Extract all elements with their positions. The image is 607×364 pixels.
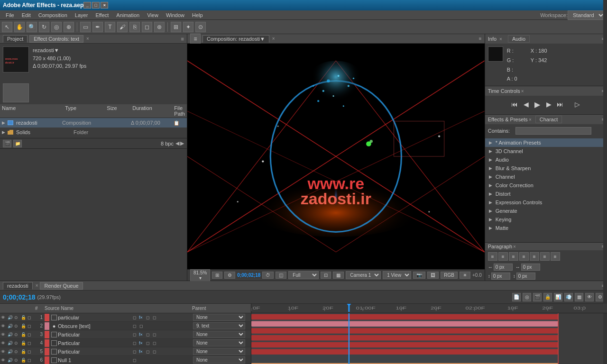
space-before-input[interactable] bbox=[491, 273, 510, 280]
eye-4[interactable]: 👁 bbox=[1, 341, 8, 346]
tool-text[interactable]: T bbox=[105, 22, 115, 32]
tab-effect-controls[interactable]: Effect Controls: text bbox=[29, 35, 83, 43]
parent-select-2[interactable]: 9. text bbox=[193, 322, 245, 329]
tool-pen[interactable]: ✒ bbox=[92, 22, 103, 32]
effects-close[interactable]: × bbox=[529, 117, 532, 122]
next-frame-btn[interactable]: ▶ bbox=[180, 140, 184, 146]
preview-options[interactable]: ⚙ bbox=[224, 272, 235, 279]
tool-anchor[interactable]: ✦ bbox=[183, 22, 193, 32]
view-select[interactable]: 1 View bbox=[383, 271, 411, 279]
sw-motion-2[interactable]: ◻ bbox=[131, 323, 137, 329]
timeline-ruler[interactable]: 0F 10F 20F 01:00F 10F 20F 02:00F 10F bbox=[251, 304, 607, 313]
shy-1[interactable]: ◻ bbox=[28, 315, 34, 320]
parent-select-1[interactable]: None bbox=[193, 314, 245, 321]
sw-3d-5[interactable]: ◻ bbox=[151, 349, 157, 355]
parent-select-4[interactable]: None bbox=[193, 339, 245, 346]
indent-right-input[interactable] bbox=[521, 264, 540, 271]
comp-time-display[interactable]: 0;00;02;18 bbox=[237, 273, 260, 278]
tool-arrow[interactable]: ↖ bbox=[2, 22, 12, 32]
exposure-btn[interactable]: ☀ bbox=[460, 272, 470, 279]
tree-item-audio[interactable]: ▶ Audio bbox=[485, 155, 607, 164]
show-channel-btn[interactable]: RGB bbox=[441, 272, 458, 279]
tree-item-keying[interactable]: ▶ Keying bbox=[485, 215, 607, 224]
snapshot-btn[interactable]: 📷 bbox=[413, 272, 425, 279]
parent-select-6[interactable]: None bbox=[193, 356, 245, 364]
shy-3[interactable]: ◻ bbox=[28, 332, 34, 337]
tl-lock-btn[interactable]: 🔒 bbox=[543, 293, 552, 301]
name-6[interactable]: Null 1 bbox=[58, 357, 131, 363]
tree-item-generate[interactable]: ▶ Generate bbox=[485, 207, 607, 215]
tool-puppet[interactable]: ⊛ bbox=[154, 22, 165, 32]
close-button[interactable]: × bbox=[101, 2, 108, 9]
timeline-current-time[interactable]: 0;00;02;18 bbox=[3, 293, 36, 301]
eye-2[interactable]: 👁 bbox=[1, 324, 8, 328]
tool-rotate[interactable]: ↻ bbox=[39, 22, 49, 32]
sw-3d-3[interactable]: ◻ bbox=[151, 332, 157, 337]
tc-close[interactable]: × bbox=[521, 89, 524, 94]
align-left-btn[interactable]: ≡ bbox=[488, 252, 497, 261]
solo-6[interactable]: ⊙ bbox=[14, 358, 21, 363]
effects-search-input[interactable] bbox=[515, 127, 591, 135]
sw-3d-1[interactable]: ◻ bbox=[151, 315, 157, 320]
solo-1[interactable]: ⊙ bbox=[14, 315, 21, 320]
next-frame-btn-tc[interactable]: ▶ bbox=[544, 100, 553, 109]
info-close[interactable]: × bbox=[499, 36, 502, 42]
tl-motion-blur-btn[interactable]: 💨 bbox=[564, 293, 573, 301]
justify-center-btn[interactable]: ≡ bbox=[530, 252, 539, 261]
eye-6[interactable]: 👁 bbox=[1, 358, 8, 363]
menu-layer[interactable]: Layer bbox=[71, 11, 92, 19]
tool-hand[interactable]: ✋ bbox=[14, 22, 25, 32]
menu-edit[interactable]: Edit bbox=[18, 11, 35, 19]
tab-character[interactable]: Charact bbox=[535, 116, 562, 123]
shy-2[interactable]: ◻ bbox=[28, 324, 34, 328]
project-item-solids[interactable]: ▶ Solids Folder bbox=[0, 127, 187, 137]
go-to-end-btn[interactable]: ⏭ bbox=[555, 100, 565, 109]
menu-window[interactable]: Window bbox=[162, 11, 188, 19]
quality-select[interactable]: Full Half Quarter bbox=[288, 271, 319, 279]
sw-adjust-4[interactable]: ◻ bbox=[145, 340, 150, 346]
audio-1[interactable]: 🔊 bbox=[8, 315, 14, 320]
sw-3d-4[interactable]: ◻ bbox=[151, 340, 157, 346]
menu-effect[interactable]: Effect bbox=[92, 11, 112, 19]
lock-2[interactable]: 🔓 bbox=[21, 324, 28, 328]
prev-frame-btn[interactable]: ◀ bbox=[175, 140, 179, 146]
timeline-close[interactable]: × bbox=[36, 283, 38, 288]
sw-fx-1[interactable]: f× bbox=[138, 315, 144, 320]
tab-render-queue[interactable]: Render Queue bbox=[40, 282, 83, 290]
prev-frame-btn-tc[interactable]: ◀ bbox=[521, 100, 531, 109]
name-1[interactable]: particular bbox=[58, 315, 131, 320]
camera-select[interactable]: Camera 1 bbox=[346, 271, 381, 279]
sw-adjust-1[interactable]: ◻ bbox=[145, 315, 150, 320]
shy-5[interactable]: ◻ bbox=[28, 349, 34, 354]
project-item-text[interactable]: text Composition Δ 0;00;07;00 bbox=[0, 137, 187, 138]
lock-3[interactable]: 🔓 bbox=[21, 332, 28, 337]
audio-6[interactable]: 🔊 bbox=[8, 358, 14, 363]
name-3[interactable]: Particular bbox=[58, 332, 131, 337]
menu-help[interactable]: Help bbox=[188, 11, 207, 19]
tab-timeline-rezadosti[interactable]: rezadosti bbox=[3, 282, 33, 290]
tool-eraser[interactable]: ◻ bbox=[142, 22, 152, 32]
tool-rect[interactable]: ▭ bbox=[80, 22, 91, 32]
tree-item-channel[interactable]: ▶ Channel bbox=[485, 173, 607, 181]
audio-2[interactable]: 🔊 bbox=[8, 324, 14, 328]
lock-4[interactable]: 🔓 bbox=[21, 341, 28, 346]
sw-fx-3[interactable]: f× bbox=[138, 332, 144, 337]
show-snapshot-btn[interactable]: 🖼 bbox=[427, 272, 439, 279]
solo-4[interactable]: ⊙ bbox=[14, 341, 21, 346]
transparency-btn[interactable]: ▦ bbox=[333, 272, 344, 279]
eye-5[interactable]: 👁 bbox=[1, 349, 8, 354]
project-menu-btn[interactable]: ≡ bbox=[181, 36, 184, 42]
menu-file[interactable]: File bbox=[2, 11, 18, 19]
audio-5[interactable]: 🔊 bbox=[8, 349, 14, 354]
sw-motion-3[interactable]: ◻ bbox=[131, 332, 137, 337]
eye-1[interactable]: 👁 bbox=[1, 315, 8, 320]
tab-composition[interactable]: Composition: rezadosti▼ bbox=[202, 35, 269, 43]
sw-fx-4[interactable]: f× bbox=[138, 340, 144, 346]
solo-2[interactable]: ⊙ bbox=[14, 324, 21, 328]
project-item-rezadosti[interactable]: ▶ rezadosti Composition Δ 0;00;07;00 📋 bbox=[0, 118, 187, 127]
workspace-select[interactable]: Standard bbox=[568, 10, 605, 20]
shy-6[interactable]: ◻ bbox=[28, 358, 34, 363]
sw-motion-4[interactable]: ◻ bbox=[131, 340, 137, 346]
justify-all-btn[interactable]: ≡ bbox=[551, 252, 560, 261]
comp-menu-btn[interactable]: ≡ bbox=[190, 34, 201, 44]
